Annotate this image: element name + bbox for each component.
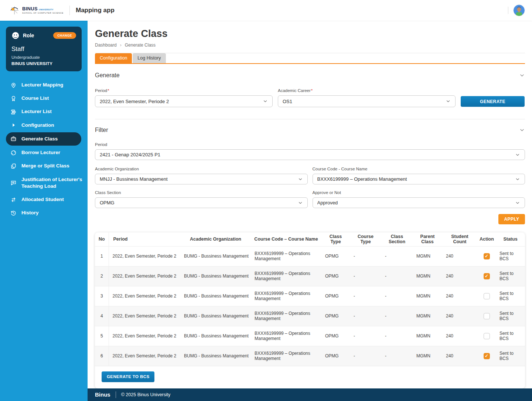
column-header-action: Action (477, 232, 496, 246)
cell-parent_class: MGMN (413, 286, 442, 306)
change-role-button[interactable]: CHANGE (53, 32, 76, 39)
cell-student_count: 240 (442, 346, 477, 366)
row-action-checkbox[interactable]: ✓ (484, 253, 490, 259)
collapse-generate-chevron-icon[interactable] (519, 72, 525, 78)
cell-status: Sent to BCS (496, 286, 525, 306)
period-select[interactable]: 2022, Even Semester, Periode 2 (95, 95, 273, 107)
cell-no: 6 (95, 346, 109, 366)
sidebar-item-lecturer-list[interactable]: Lecturer List (0, 105, 88, 118)
cell-course_type: - (350, 326, 381, 346)
sidebar-item-label: Generate Class (21, 136, 58, 142)
sidebar-item-justification-of-lecturer-s-teaching-load[interactable]: Justification of Lecturer's Teaching Loa… (0, 173, 88, 193)
history-icon (10, 210, 17, 216)
sidebar: Role CHANGE Staff Undergraduate BINUS UN… (0, 21, 88, 401)
table-header-row: NoPeriodAcademic OrganizationCourse Code… (95, 232, 525, 246)
cell-action (477, 286, 496, 306)
academic-organization-select[interactable]: MNJJ - Bussiness Management (95, 174, 308, 184)
cell-status: Sent to BCS (496, 266, 525, 286)
logo-school: SCHOOL OF COMPUTER SCIENCE (22, 12, 64, 14)
cell-class_type: OPMG (321, 246, 350, 266)
role-card-title: Role (23, 33, 50, 38)
pin-icon (10, 82, 17, 88)
sidebar-item-label: Course List (21, 95, 49, 102)
cell-course_code_course_name: BXXX6199999 – Operations Management (251, 306, 321, 326)
cell-course_type: - (350, 346, 381, 366)
header-divider (508, 7, 508, 14)
row-action-checkbox[interactable] (484, 333, 490, 339)
cell-status: Sent to BCS (496, 346, 525, 366)
tab-log-history[interactable]: Log History (133, 53, 166, 63)
briefcase-icon (10, 136, 17, 142)
generate-to-bcs-button[interactable]: GENERATE TO BCS (102, 371, 154, 382)
sidebar-item-allocated-student[interactable]: Allocated Student (0, 193, 88, 206)
class-section-select[interactable]: OPMG (95, 197, 308, 208)
cell-academic_organization: BUMG - Bussiness Management (180, 246, 251, 266)
generate-section-title: Generate (95, 72, 120, 79)
sidebar-item-history[interactable]: History (0, 207, 88, 219)
chevron-down-icon (515, 177, 520, 182)
header-divider (69, 6, 70, 15)
sidebar-item-borrow-lecturer[interactable]: Borrow Lecturer (0, 146, 88, 159)
column-header-period: Period (109, 232, 180, 246)
role-face-icon (11, 31, 20, 40)
user-avatar[interactable] (514, 5, 525, 16)
generate-button[interactable]: GENERATE (461, 96, 525, 107)
cell-student_count: 240 (442, 306, 477, 326)
role-name: Staff (11, 45, 76, 53)
filter-period-select[interactable]: 2421 - Genap 2024/2025 P1 (95, 149, 525, 160)
app-header: BINUS UNIVERSITY SCHOOL OF COMPUTER SCIE… (0, 0, 532, 21)
cell-class_section: - (381, 326, 413, 346)
period-label: Period* (95, 88, 273, 93)
cell-course_code_course_name: BXXX6199999 – Operations Management (251, 326, 321, 346)
row-action-checkbox[interactable] (484, 313, 490, 319)
generate-section: Generate Period* 2022, Even Semester, Pe… (95, 72, 525, 114)
cell-course_type: - (350, 286, 381, 306)
binus-logo: BINUS UNIVERSITY SCHOOL OF COMPUTER SCIE… (9, 5, 64, 16)
row-action-checkbox[interactable] (484, 293, 490, 299)
role-institution: BINUS UNIVERSITY (11, 61, 76, 66)
footer-brand: Binus (95, 391, 110, 398)
cell-parent_class: MGMN (413, 346, 442, 366)
cell-course_code_course_name: BXXX6199999 – Operations Management (251, 286, 321, 306)
approve-or-not-select[interactable]: Approved (313, 197, 525, 208)
course-code-select[interactable]: BXXX6199999 – Operations Management (313, 174, 525, 184)
sidebar-menu: Lecturer MappingCourse ListLecturer List… (0, 79, 88, 219)
academic-career-select[interactable]: OS1 (278, 95, 456, 107)
row-action-checkbox[interactable]: ✓ (484, 273, 490, 279)
cell-academic_organization: BUMG - Bussiness Management (180, 326, 251, 346)
sidebar-item-label: Justification of Lecturer's Teaching Loa… (21, 176, 83, 190)
collapse-filter-chevron-icon[interactable] (519, 127, 525, 133)
cell-student_count: 240 (442, 246, 477, 266)
breadcrumb-dashboard[interactable]: Dashboard (95, 43, 117, 48)
tab-configuration[interactable]: Configuration (95, 53, 132, 63)
cell-class_type: OPMG (321, 326, 350, 346)
required-marker: * (108, 88, 109, 93)
cell-no: 1 (95, 246, 109, 266)
cell-parent_class: MGMN (413, 326, 442, 346)
cell-course_code_course_name: BXXX6199999 – Operations Management (251, 246, 321, 266)
class-table-card: NoPeriodAcademic OrganizationCourse Code… (95, 232, 525, 388)
required-marker: * (311, 88, 313, 93)
table-row: 22022, Even Semester, Periode 2BUMG - Bu… (95, 266, 525, 286)
cell-course_code_course_name: BXXX6199999 – Operations Management (251, 266, 321, 286)
filter-section: Filter Period 2421 - Genap 2024/2025 P1 … (95, 119, 525, 224)
cell-course_type: - (350, 266, 381, 286)
cell-academic_organization: BUMG - Bussiness Management (180, 266, 251, 286)
apply-button[interactable]: APPLY (498, 214, 525, 224)
sidebar-item-merge-or-split-class[interactable]: Merge or Split Class (0, 160, 88, 172)
sidebar-item-generate-class[interactable]: Generate Class (6, 132, 81, 146)
cell-period: 2022, Even Semester, Periode 2 (109, 266, 180, 286)
cell-class_type: OPMG (321, 346, 350, 366)
filter-section-title: Filter (95, 127, 108, 133)
column-header-class_section: Class Section (381, 232, 413, 246)
sidebar-item-configuration[interactable]: Configuration (0, 119, 88, 132)
class-table: NoPeriodAcademic OrganizationCourse Code… (95, 232, 525, 366)
cell-class_section: - (381, 346, 413, 366)
sidebar-item-lecturer-mapping[interactable]: Lecturer Mapping (0, 79, 88, 91)
sidebar-item-course-list[interactable]: Course List (0, 92, 88, 105)
row-action-checkbox[interactable]: ✓ (484, 353, 490, 359)
cell-student_count: 240 (442, 326, 477, 346)
cell-action: ✓ (477, 246, 496, 266)
cell-status: Sent to BCS (496, 306, 525, 326)
chevron-down-icon (298, 200, 303, 205)
